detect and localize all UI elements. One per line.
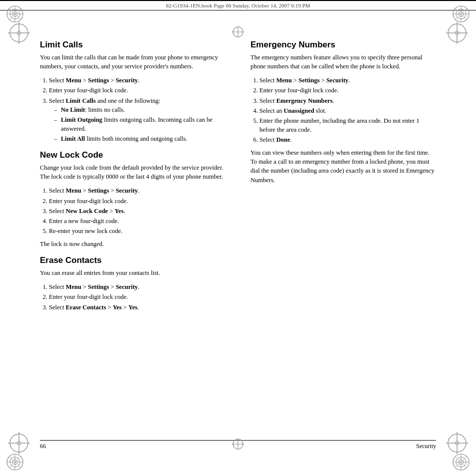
- sub-item: Limit Outgoing limits outgoing calls. In…: [54, 115, 226, 133]
- corner-tr-decoration: [446, 22, 468, 44]
- step-item: Enter the phone number, including the ar…: [259, 116, 436, 134]
- main-content: Limit Calls You can limit the calls that…: [40, 40, 436, 436]
- emergency-numbers-title: Emergency Numbers: [250, 40, 436, 50]
- step-item: Enter your four-digit lock code.: [49, 86, 226, 95]
- erase-contacts-title: Erase Contacts: [40, 255, 226, 265]
- sub-item: No Limit: limits no calls.: [54, 105, 226, 114]
- emergency-numbers-post: You can view these numbers only when ent…: [250, 148, 436, 185]
- right-column: Emergency Numbers The emergency numbers …: [245, 40, 436, 436]
- section-limit-calls: Limit Calls You can limit the calls that…: [40, 40, 226, 143]
- step-item: Select New Lock Code > Yes.: [49, 207, 226, 216]
- section-new-lock-code: New Lock Code Change your lock code from…: [40, 150, 226, 248]
- header-bar: 82-G1934-1EN.book Page 66 Sunday, Octobe…: [0, 0, 476, 10]
- emergency-numbers-intro: The emergency numbers feature allows you…: [250, 53, 436, 71]
- limit-calls-title: Limit Calls: [40, 40, 226, 50]
- top-center-reg: [232, 26, 244, 38]
- limit-calls-intro: You can limit the calls that can be made…: [40, 53, 226, 71]
- limit-calls-steps: Select Menu > Settings > Security. Enter…: [49, 76, 226, 143]
- step-item: Enter your four-digit lock code.: [49, 197, 226, 206]
- bottom-center-reg: [232, 438, 244, 450]
- step-item: Select Limit Calls and one of the follow…: [49, 96, 226, 144]
- corner-br-decoration: [446, 432, 468, 454]
- section-emergency-numbers: Emergency Numbers The emergency numbers …: [250, 40, 436, 185]
- section-erase-contacts: Erase Contacts You can erase all entries…: [40, 255, 226, 312]
- gear-bl: [6, 453, 24, 471]
- step-item: Select Done.: [259, 135, 436, 144]
- step-item: Enter your four-digit lock code.: [259, 86, 436, 95]
- left-column: Limit Calls You can limit the calls that…: [40, 40, 231, 436]
- gear-tr: [452, 5, 470, 23]
- step-item: Select an Unassigned slot.: [259, 106, 436, 115]
- step-item: Select Erase Contacts > Yes > Yes.: [49, 303, 226, 312]
- erase-contacts-steps: Select Menu > Settings > Security. Enter…: [49, 282, 226, 311]
- step-item: Select Menu > Settings > Security.: [49, 282, 226, 291]
- step-item: Select Menu > Settings > Security.: [49, 186, 226, 195]
- footer-section-name: Security: [416, 443, 436, 450]
- footer-page-number: 66: [40, 443, 46, 450]
- new-lock-code-post: The lock is now changed.: [40, 239, 226, 248]
- emergency-numbers-steps: Select Menu > Settings > Security. Enter…: [259, 76, 436, 144]
- new-lock-code-steps: Select Menu > Settings > Security. Enter…: [49, 186, 226, 236]
- corner-bl-decoration: [8, 432, 30, 454]
- step-item: Select Menu > Settings > Security.: [259, 76, 436, 85]
- step-item: Select Emergency Numbers.: [259, 96, 436, 105]
- new-lock-code-title: New Lock Code: [40, 150, 226, 160]
- corner-tl-decoration: [8, 22, 30, 44]
- gear-tl: [6, 5, 24, 23]
- gear-br: [452, 453, 470, 471]
- step-item: Select Menu > Settings > Security.: [49, 76, 226, 85]
- step-item: Re-enter your new lock code.: [49, 227, 226, 236]
- limit-calls-sub-list: No Limit: limits no calls. Limit Outgoin…: [54, 105, 226, 144]
- new-lock-code-intro: Change your lock code from the default p…: [40, 163, 226, 181]
- step-item: Enter your four-digit lock code.: [49, 292, 226, 301]
- erase-contacts-intro: You can erase all entries from your cont…: [40, 268, 226, 277]
- header-text: 82-G1934-1EN.book Page 66 Sunday, Octobe…: [166, 2, 310, 8]
- step-item: Enter a new four-digit code.: [49, 217, 226, 226]
- sub-item: Limit All limits both incoming and outgo…: [54, 134, 226, 143]
